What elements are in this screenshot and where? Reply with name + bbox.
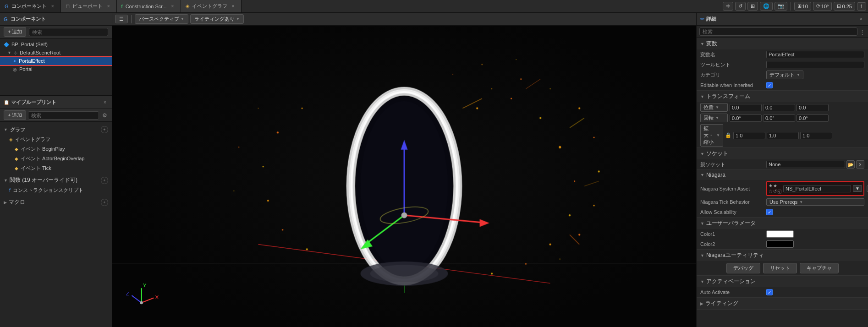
open-icon[interactable]: ◱ bbox=[777, 189, 781, 194]
reset-button[interactable]: リセット bbox=[763, 263, 797, 273]
func-icon: f bbox=[9, 188, 11, 193]
scale-label: 拡大・縮小 bbox=[703, 125, 714, 146]
add-function-button[interactable]: + bbox=[101, 177, 108, 184]
tree-item-portal-label: Portal bbox=[19, 66, 33, 72]
auto-activate-checkbox[interactable] bbox=[766, 289, 773, 295]
category-arrow-icon: ▼ bbox=[797, 73, 800, 77]
perspective-button[interactable]: パースペクティブ ▼ bbox=[135, 14, 188, 24]
details-panel: ✏ 詳細 × ⋮ ▼ 変数 変数名 bbox=[696, 13, 868, 327]
pos-x-input[interactable] bbox=[730, 104, 762, 111]
scale-y-input[interactable] bbox=[767, 132, 799, 139]
lighting-button[interactable]: ライティングあり ▼ bbox=[190, 14, 244, 24]
rot-arrow-icon: ▼ bbox=[715, 116, 719, 120]
svg-point-52 bbox=[401, 213, 407, 218]
section-socket-header[interactable]: ▼ ソケット bbox=[697, 148, 868, 159]
viewport-menu-button[interactable]: ☰ bbox=[115, 15, 128, 23]
prop-label-editable: Editable when Inherited bbox=[700, 82, 764, 88]
details-close-button[interactable]: × bbox=[858, 16, 864, 22]
tab-viewport-close[interactable]: × bbox=[105, 3, 112, 10]
svg-point-60 bbox=[140, 301, 143, 304]
pos-y-input[interactable] bbox=[763, 104, 795, 111]
color1-swatch[interactable] bbox=[766, 230, 794, 238]
section-lighting-header[interactable]: ▶ ライティング bbox=[697, 298, 868, 309]
scale-x-input[interactable] bbox=[733, 132, 765, 139]
editable-checkbox[interactable] bbox=[766, 82, 773, 88]
tab-viewport[interactable]: ◻ ビューポート × bbox=[61, 0, 117, 12]
add-graph-button[interactable]: + bbox=[101, 126, 108, 133]
tab-construction[interactable]: f Construction Scr... × bbox=[117, 0, 181, 12]
details-search-area: ⋮ bbox=[697, 26, 868, 38]
rotation-dropdown[interactable]: 回転 ▼ bbox=[700, 114, 728, 122]
prop-label-color2: Color2 bbox=[700, 241, 764, 247]
socket-browse-button[interactable]: 📂 bbox=[846, 160, 855, 169]
add-component-button[interactable]: + 追加 bbox=[4, 27, 26, 37]
details-settings-button[interactable]: ⋮ bbox=[859, 28, 865, 35]
add-blueprint-button[interactable]: + 追加 bbox=[4, 110, 26, 120]
tooltip-input[interactable] bbox=[766, 61, 864, 68]
debug-button[interactable]: デバッグ bbox=[726, 263, 760, 273]
prop-label-auto-activate: Auto Activate bbox=[700, 289, 764, 295]
tab-event-graph-label: イベントグラフ bbox=[192, 3, 227, 10]
position-label: 位置 bbox=[703, 104, 714, 111]
capture-button[interactable]: キャプチャ bbox=[800, 263, 839, 273]
niagara-tick-dropdown[interactable]: Use Prereqs ▼ bbox=[766, 198, 864, 206]
component-search-input[interactable] bbox=[29, 28, 108, 36]
tree-item-self[interactable]: 🔷 BP_Portal (Self) bbox=[0, 40, 112, 49]
tree-item-default-scene-root[interactable]: ▼ ⊹ DefaultSceneRoot bbox=[0, 49, 112, 57]
pos-z-input[interactable] bbox=[797, 104, 829, 111]
tree-item-portal[interactable]: ◎ Portal bbox=[0, 65, 112, 73]
section-niagara-header[interactable]: ▼ Niagara bbox=[697, 170, 868, 180]
category-dropdown[interactable]: デフォルト ▼ bbox=[766, 71, 803, 79]
section-niagara-utility-header[interactable]: ▼ Niagaraユーティリティ bbox=[697, 250, 868, 261]
position-dropdown[interactable]: 位置 ▼ bbox=[700, 103, 728, 112]
allow-scalability-checkbox[interactable] bbox=[766, 209, 773, 215]
blueprint-panel-close[interactable]: × bbox=[102, 99, 108, 106]
bp-item-begin-play[interactable]: ◆ イベント BeginPlay bbox=[0, 144, 112, 154]
blueprint-search-input[interactable] bbox=[28, 111, 99, 120]
section-transform-header[interactable]: ▼ トランスフォーム bbox=[697, 91, 868, 102]
color2-swatch[interactable] bbox=[766, 240, 794, 248]
variable-name-input[interactable] bbox=[766, 51, 864, 58]
bp-item-construction-script[interactable]: f コンストラクションスクリプト bbox=[0, 185, 112, 195]
bp-section-macros-header[interactable]: ▶ マクロ + bbox=[0, 197, 112, 207]
tab-event-graph[interactable]: ◈ イベントグラフ × bbox=[181, 0, 242, 12]
svg-point-33 bbox=[267, 200, 269, 202]
section-activation-header[interactable]: ▼ アクティベーション bbox=[697, 276, 868, 287]
bp-section-graph-header[interactable]: ▼ グラフ + bbox=[0, 125, 112, 135]
scale-z-input[interactable] bbox=[800, 132, 832, 139]
components-panel-icon: G bbox=[4, 16, 8, 22]
blueprint-settings-button[interactable]: ⚙ bbox=[101, 112, 108, 119]
tick-arrow-icon: ▼ bbox=[799, 200, 803, 204]
niagara-asset-name-input[interactable] bbox=[783, 185, 851, 192]
section-user-params-header[interactable]: ▼ ユーザーパラメータ bbox=[697, 218, 868, 229]
add-macro-button[interactable]: + bbox=[101, 199, 108, 206]
parent-socket-input[interactable] bbox=[766, 161, 845, 168]
socket-clear-button[interactable]: × bbox=[856, 160, 864, 169]
tab-components-close[interactable]: × bbox=[49, 3, 56, 10]
viewport-area[interactable]: X Y Z bbox=[112, 26, 696, 327]
niagara-asset-dropdown[interactable]: ▼ bbox=[853, 185, 862, 192]
section-variables-header[interactable]: ▼ 変数 bbox=[697, 38, 868, 49]
bp-item-event-graph[interactable]: ◈ イベントグラフ bbox=[0, 135, 112, 144]
tab-construction-close[interactable]: × bbox=[170, 3, 176, 10]
bp-section-functions-header[interactable]: ▼ 関数 (19 オーバーライド可) + bbox=[0, 175, 112, 185]
section-niagara: ▼ Niagara Niagara System Asset ★ ★ bbox=[697, 170, 868, 218]
tree-item-portal-effect[interactable]: ✦ PortalEffect bbox=[0, 57, 112, 65]
rot-y-input[interactable] bbox=[763, 114, 795, 122]
svg-point-34 bbox=[282, 229, 283, 230]
tab-event-graph-close[interactable]: × bbox=[230, 3, 236, 10]
lock-icon[interactable]: 🔒 bbox=[725, 132, 731, 138]
event-graph-icon: ◈ bbox=[9, 137, 13, 142]
bp-item-tick[interactable]: ◆ イベント Tick bbox=[0, 164, 112, 173]
svg-point-31 bbox=[277, 131, 279, 133]
lighting-arrow-icon: ▼ bbox=[236, 17, 240, 21]
bp-item-actor-begin-overlap[interactable]: ◆ イベント ActorBeginOverlap bbox=[0, 154, 112, 164]
rot-x-input[interactable] bbox=[730, 114, 762, 122]
prop-value-color2 bbox=[766, 240, 864, 248]
rot-z-input[interactable] bbox=[797, 114, 829, 122]
tab-components[interactable]: G コンポーネント × bbox=[0, 0, 61, 12]
refresh-icon[interactable]: ↺ bbox=[773, 189, 777, 194]
details-search-input[interactable] bbox=[699, 27, 857, 36]
bp-section-functions-label: 関数 (19 オーバーライド可) bbox=[10, 176, 77, 184]
scale-dropdown[interactable]: 拡大・縮小 ▼ bbox=[700, 124, 723, 147]
